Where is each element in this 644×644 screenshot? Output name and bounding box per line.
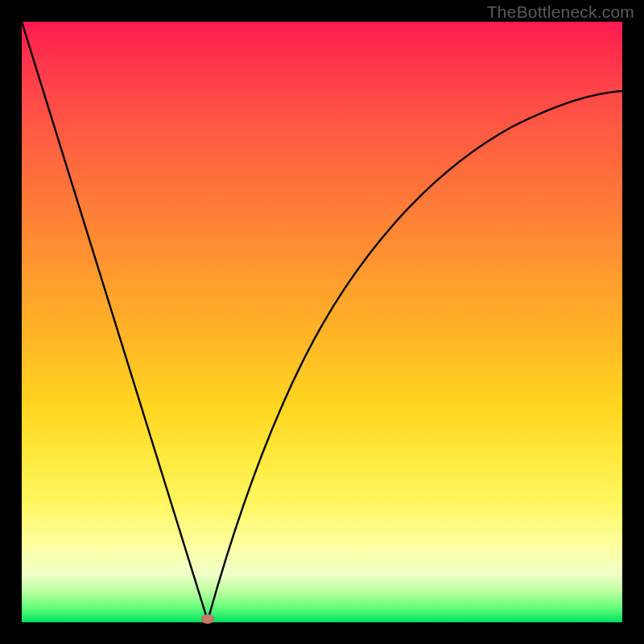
watermark-text: TheBottleneck.com xyxy=(487,2,634,22)
chart-frame: TheBottleneck.com xyxy=(0,0,644,644)
curve-path xyxy=(22,22,622,621)
bottleneck-curve xyxy=(22,22,622,622)
plot-area xyxy=(22,22,622,622)
minimum-marker xyxy=(201,614,214,624)
